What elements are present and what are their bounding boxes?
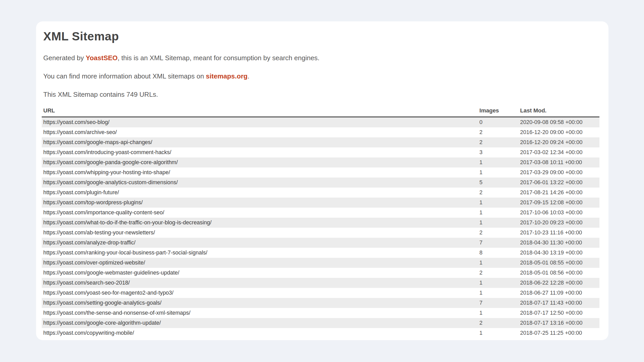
sitemap-card: XML Sitemap Generated by YoastSEO, this …	[36, 21, 608, 340]
table-row: https://yoast.com/setting-google-analyti…	[42, 298, 599, 308]
url-cell: https://yoast.com/setting-google-analyti…	[42, 298, 478, 308]
url-link[interactable]: https://yoast.com/whipping-your-hosting-…	[43, 169, 170, 175]
table-row: https://yoast.com/yoast-seo-for-magento2…	[42, 288, 599, 298]
url-link[interactable]: https://yoast.com/ab-testing-your-newsle…	[43, 229, 155, 236]
table-row: https://yoast.com/analyze-drop-traffic/ …	[42, 238, 599, 248]
url-link[interactable]: https://yoast.com/google-webmaster-guide…	[43, 270, 179, 276]
table-row: https://yoast.com/the-sense-and-nonsense…	[42, 308, 599, 318]
images-cell: 1	[478, 167, 519, 178]
url-link[interactable]: https://yoast.com/google-core-algorithm-…	[43, 320, 161, 326]
images-cell: 1	[478, 278, 519, 288]
images-cell: 1	[478, 208, 519, 218]
url-link[interactable]: https://yoast.com/google-analytics-custo…	[43, 179, 178, 186]
images-cell: 2	[478, 228, 519, 238]
url-cell: https://yoast.com/plugin-future/	[42, 188, 478, 198]
table-row: https://yoast.com/google-panda-google-co…	[42, 157, 599, 167]
lastmod-cell: 2017-06-01 13:22 +00:00	[519, 178, 599, 188]
lastmod-cell: 2017-03-29 09:00 +00:00	[519, 167, 599, 178]
url-cell: https://yoast.com/whipping-your-hosting-…	[42, 167, 478, 178]
table-row: https://yoast.com/search-seo-2018/ 1 201…	[42, 278, 599, 288]
url-cell: https://yoast.com/the-sense-and-nonsense…	[42, 308, 478, 318]
table-row: https://yoast.com/importance-quality-con…	[42, 208, 599, 218]
url-link[interactable]: https://yoast.com/top-wordpress-plugins/	[43, 199, 143, 206]
lastmod-cell: 2016-12-20 09:24 +00:00	[519, 137, 599, 147]
images-cell: 7	[478, 238, 519, 248]
url-count-text: This XML Sitemap contains 749 URLs.	[43, 91, 599, 98]
images-cell: 7	[478, 298, 519, 308]
images-cell: 1	[478, 157, 519, 167]
column-header-images: Images	[478, 106, 519, 117]
table-body: https://yoast.com/seo-blog/ 0 2020-09-08…	[42, 117, 599, 338]
url-cell: https://yoast.com/analyze-drop-traffic/	[42, 238, 478, 248]
lastmod-cell: 2017-08-21 14:26 +00:00	[519, 188, 599, 198]
url-cell: https://yoast.com/importance-quality-con…	[42, 208, 478, 218]
url-link[interactable]: https://yoast.com/what-to-do-if-the-traf…	[43, 219, 211, 226]
url-cell: https://yoast.com/google-webmaster-guide…	[42, 268, 478, 278]
images-cell: 1	[478, 218, 519, 228]
url-link[interactable]: https://yoast.com/copywriting-mobile/	[43, 330, 134, 336]
table-row: https://yoast.com/copywriting-mobile/ 1 …	[42, 328, 599, 338]
images-cell: 1	[478, 258, 519, 268]
url-cell: https://yoast.com/google-core-algorithm-…	[42, 318, 478, 328]
url-link[interactable]: https://yoast.com/ranking-your-local-bus…	[43, 250, 207, 256]
lastmod-cell: 2018-07-17 12:50 +00:00	[519, 308, 599, 318]
url-cell: https://yoast.com/google-panda-google-co…	[42, 157, 478, 167]
sitemaps-org-link[interactable]: sitemaps.org	[206, 72, 248, 80]
images-cell: 2	[478, 188, 519, 198]
page-title: XML Sitemap	[43, 30, 599, 43]
url-cell: https://yoast.com/copywriting-mobile/	[42, 328, 478, 338]
url-cell: https://yoast.com/ab-testing-your-newsle…	[42, 228, 478, 238]
url-link[interactable]: https://yoast.com/introducing-yoast-comm…	[43, 149, 171, 155]
intro-generated-line: Generated by YoastSEO, this is an XML Si…	[43, 54, 599, 61]
images-cell: 2	[478, 318, 519, 328]
lastmod-cell: 2018-04-30 13:19 +00:00	[519, 248, 599, 258]
column-header-url: URL	[42, 106, 478, 117]
images-cell: 1	[478, 198, 519, 208]
url-cell: https://yoast.com/google-analytics-custo…	[42, 178, 478, 188]
url-link[interactable]: https://yoast.com/over-optimized-website…	[43, 260, 145, 266]
table-row: https://yoast.com/introducing-yoast-comm…	[42, 147, 599, 157]
column-header-lastmod: Last Mod.	[519, 106, 599, 117]
lastmod-cell: 2018-06-27 11:09 +00:00	[519, 288, 599, 298]
lastmod-cell: 2018-05-01 08:56 +00:00	[519, 268, 599, 278]
url-link[interactable]: https://yoast.com/google-maps-api-change…	[43, 139, 152, 145]
intro-info-suffix: .	[248, 72, 249, 80]
url-cell: https://yoast.com/search-seo-2018/	[42, 278, 478, 288]
table-header: URL Images Last Mod.	[42, 106, 599, 117]
sitemap-table: URL Images Last Mod. https://yoast.com/s…	[42, 106, 599, 338]
table-row: https://yoast.com/google-core-algorithm-…	[42, 318, 599, 328]
url-link[interactable]: https://yoast.com/analyze-drop-traffic/	[43, 240, 135, 246]
images-cell: 2	[478, 137, 519, 147]
url-cell: https://yoast.com/archive-seo/	[42, 127, 478, 137]
images-cell: 3	[478, 147, 519, 157]
url-cell: https://yoast.com/what-to-do-if-the-traf…	[42, 218, 478, 228]
lastmod-cell: 2018-07-17 13:16 +00:00	[519, 318, 599, 328]
url-cell: https://yoast.com/google-maps-api-change…	[42, 137, 478, 147]
table-row: https://yoast.com/ab-testing-your-newsle…	[42, 228, 599, 238]
url-link[interactable]: https://yoast.com/archive-seo/	[43, 129, 117, 135]
url-link[interactable]: https://yoast.com/search-seo-2018/	[43, 280, 130, 286]
intro-info-line: You can find more information about XML …	[43, 73, 599, 80]
url-link[interactable]: https://yoast.com/yoast-seo-for-magento2…	[43, 290, 174, 296]
images-cell: 2	[478, 127, 519, 137]
intro-generated-prefix: Generated by	[43, 54, 86, 62]
url-link[interactable]: https://yoast.com/the-sense-and-nonsense…	[43, 310, 190, 316]
table-row: https://yoast.com/over-optimized-website…	[42, 258, 599, 268]
lastmod-cell: 2017-10-20 09:23 +00:00	[519, 218, 599, 228]
table-row: https://yoast.com/whipping-your-hosting-…	[42, 167, 599, 178]
url-link[interactable]: https://yoast.com/seo-blog/	[43, 119, 109, 125]
lastmod-cell: 2018-04-30 11:30 +00:00	[519, 238, 599, 248]
url-link[interactable]: https://yoast.com/setting-google-analyti…	[43, 300, 162, 306]
table-row: https://yoast.com/top-wordpress-plugins/…	[42, 198, 599, 208]
images-cell: 5	[478, 178, 519, 188]
url-link[interactable]: https://yoast.com/google-panda-google-co…	[43, 159, 178, 165]
url-link[interactable]: https://yoast.com/importance-quality-con…	[43, 209, 164, 216]
intro-generated-suffix: , this is an XML Sitemap, meant for cons…	[118, 54, 320, 62]
yoast-seo-link[interactable]: YoastSEO	[86, 54, 118, 62]
lastmod-cell: 2018-07-25 11:25 +00:00	[519, 328, 599, 338]
url-cell: https://yoast.com/yoast-seo-for-magento2…	[42, 288, 478, 298]
lastmod-cell: 2018-07-17 11:43 +00:00	[519, 298, 599, 308]
url-cell: https://yoast.com/over-optimized-website…	[42, 258, 478, 268]
lastmod-cell: 2016-12-20 09:00 +00:00	[519, 127, 599, 137]
url-link[interactable]: https://yoast.com/plugin-future/	[43, 189, 119, 196]
